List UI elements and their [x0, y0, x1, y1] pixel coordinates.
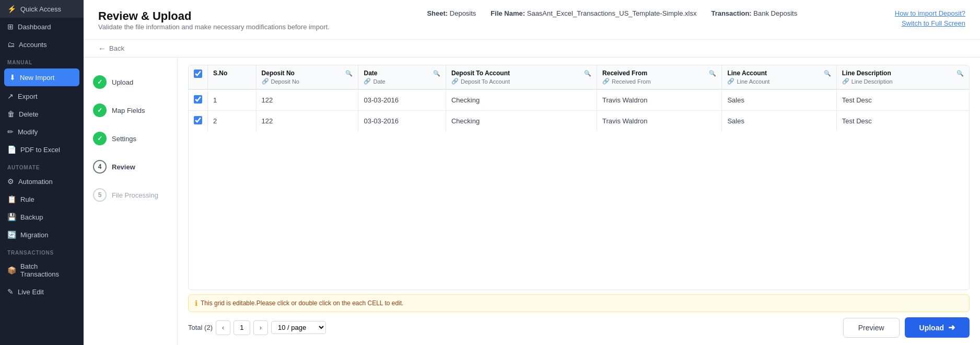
th-deposit-to-account: Deposit To Account 🔍 🔗 Deposit To Accoun… [446, 65, 597, 89]
upload-button-wrapper: Upload ➜ → [905, 317, 970, 338]
editable-note-text: This grid is editable.Please click or do… [201, 300, 403, 307]
how-to-import-link[interactable]: How to import Deposit? [895, 9, 965, 17]
th-line-account: Line Account 🔍 🔗 Line Account [722, 65, 836, 89]
data-table: S.No Deposit No 🔍 [189, 65, 969, 131]
received-from-search-icon[interactable]: 🔍 [709, 70, 716, 77]
row-date[interactable]: 03-03-2016 [358, 89, 446, 111]
sidebar-item-export[interactable]: ↗ Export [0, 87, 84, 105]
header-links: How to import Deposit? Switch to Full Sc… [895, 9, 965, 27]
sidebar-item-quick-access[interactable]: ⚡ Quick Access [0, 0, 84, 18]
filename-info: File Name: SaasAnt_Excel_Transactions_US… [491, 9, 696, 17]
row-checkbox[interactable] [194, 95, 202, 104]
sidebar-item-backup[interactable]: 💾 Backup [0, 208, 84, 226]
switch-fullscreen-link[interactable]: Switch to Full Screen [902, 19, 965, 27]
row-sno[interactable]: 2 [208, 111, 256, 132]
th-date-sub: Date [373, 78, 385, 85]
sidebar-item-label: Dashboard [18, 23, 51, 31]
table-area: S.No Deposit No 🔍 [178, 58, 980, 345]
row-sno[interactable]: 1 [208, 89, 256, 111]
header-meta: Sheet: Deposits File Name: SaasAnt_Excel… [427, 9, 797, 17]
red-arrow-icon: → [978, 321, 980, 335]
step-file-processing[interactable]: 5 File Processing [84, 181, 177, 209]
sidebar-item-label: Quick Access [20, 5, 61, 13]
th-received-from: Received From 🔍 🔗 Received From [597, 65, 722, 89]
sidebar-item-pdf-to-excel[interactable]: 📄 PDF to Excel [0, 141, 84, 158]
sidebar-item-label: Accounts [19, 41, 46, 49]
step-review[interactable]: 4 Review [84, 153, 177, 181]
step-settings[interactable]: ✓ Settings [84, 124, 177, 153]
step-file-processing-circle: 5 [93, 188, 107, 202]
page-subtitle: Validate the file information and make n… [98, 23, 330, 31]
deposit-to-account-search-icon[interactable]: 🔍 [584, 70, 591, 77]
back-label: Back [109, 44, 124, 52]
step-upload-label: Upload [112, 78, 133, 86]
sidebar-item-new-import[interactable]: ⬇ New Import [4, 68, 79, 86]
date-search-icon[interactable]: 🔍 [433, 70, 440, 77]
received-from-link-icon: 🔗 [602, 78, 610, 85]
step-file-processing-label: File Processing [112, 191, 158, 199]
sidebar-item-batch-transactions[interactable]: 📦 Batch Transactions [0, 258, 84, 283]
row-line-account[interactable]: Sales [722, 89, 836, 111]
filename-value: SaasAnt_Excel_Transactions_US_Template-S… [527, 9, 697, 17]
sidebar-item-live-edit[interactable]: ✎ Live Edit [0, 283, 84, 301]
upload-button[interactable]: Upload ➜ [905, 317, 970, 338]
steps-panel: ✓ Upload ✓ Map Fields ✓ Settings 4 Revie… [84, 58, 178, 345]
sidebar-item-automation[interactable]: ⚙ Automation [0, 172, 84, 190]
sheet-info: Sheet: Deposits [427, 9, 476, 17]
row-date[interactable]: 03-03-2016 [358, 111, 446, 132]
step-map-fields[interactable]: ✓ Map Fields [84, 96, 177, 124]
row-deposit-no[interactable]: 122 [256, 89, 358, 111]
new-import-icon: ⬇ [9, 73, 16, 82]
page-size-select[interactable]: 10 / page 20 / page 50 / page [271, 321, 326, 334]
sidebar-item-delete[interactable]: 🗑 Delete [0, 105, 84, 123]
row-checkbox[interactable] [194, 116, 202, 124]
row-checkbox-cell [189, 89, 208, 111]
sidebar-item-migration[interactable]: 🔄 Migration [0, 226, 84, 244]
batch-transactions-icon: 📦 [7, 266, 16, 274]
step-upload[interactable]: ✓ Upload [84, 68, 177, 96]
prev-page-button[interactable]: ‹ [216, 320, 230, 335]
accounts-icon: 🗂 [7, 40, 15, 49]
quick-access-icon: ⚡ [7, 5, 16, 13]
row-deposit-to-account[interactable]: Checking [446, 89, 597, 111]
step-review-circle: 4 [93, 160, 107, 174]
sidebar-item-dashboard[interactable]: ⊞ Dashboard [0, 18, 84, 36]
row-deposit-to-account[interactable]: Checking [446, 111, 597, 132]
page-number-input[interactable] [234, 320, 250, 335]
th-line-account-label: Line Account [727, 70, 767, 77]
row-line-account[interactable]: Sales [722, 111, 836, 132]
sidebar-item-label: New Import [20, 74, 54, 82]
deposit-no-search-icon[interactable]: 🔍 [345, 70, 353, 77]
row-deposit-no[interactable]: 122 [256, 111, 358, 132]
row-line-description[interactable]: Test Desc [836, 89, 969, 111]
line-account-search-icon[interactable]: 🔍 [824, 70, 831, 77]
back-button[interactable]: ← Back [84, 40, 980, 58]
bottom-bar: Total (2) ‹ › 10 / page 20 / page 50 / p… [188, 312, 970, 338]
automation-icon: ⚙ [7, 177, 14, 186]
step-upload-circle: ✓ [93, 75, 107, 89]
th-deposit-no-sub: Deposit No [271, 78, 299, 85]
sidebar-item-label: Rule [20, 196, 34, 203]
header-left: Review & Upload Validate the file inform… [98, 9, 330, 36]
next-page-button[interactable]: › [253, 320, 268, 335]
step-settings-circle: ✓ [93, 132, 107, 145]
sidebar-item-rule[interactable]: 📋 Rule [0, 190, 84, 208]
deposit-no-link-icon: 🔗 [262, 78, 269, 85]
transaction-info: Transaction: Bank Deposits [711, 9, 797, 17]
table-row: 2 122 03-03-2016 Checking Travis Waldron… [189, 111, 969, 132]
transaction-label: Transaction: [711, 9, 751, 17]
select-all-checkbox[interactable] [194, 70, 202, 78]
pagination: Total (2) ‹ › 10 / page 20 / page 50 / p… [188, 320, 326, 335]
row-received-from[interactable]: Travis Waldron [597, 89, 722, 111]
line-description-search-icon[interactable]: 🔍 [956, 70, 964, 77]
sidebar-item-label: Batch Transactions [20, 262, 76, 278]
preview-button[interactable]: Preview [843, 318, 900, 338]
sidebar-item-modify[interactable]: ✏ Modify [0, 123, 84, 141]
modify-icon: ✏ [7, 128, 14, 136]
sidebar: ⚡ Quick Access ⊞ Dashboard 🗂 Accounts MA… [0, 0, 84, 345]
filename-label: File Name: [491, 9, 525, 17]
row-received-from[interactable]: Travis Waldron [597, 111, 722, 132]
sidebar-item-label: Automation [18, 178, 53, 186]
row-line-description[interactable]: Test Desc [836, 111, 969, 132]
sidebar-item-accounts[interactable]: 🗂 Accounts [0, 36, 84, 53]
